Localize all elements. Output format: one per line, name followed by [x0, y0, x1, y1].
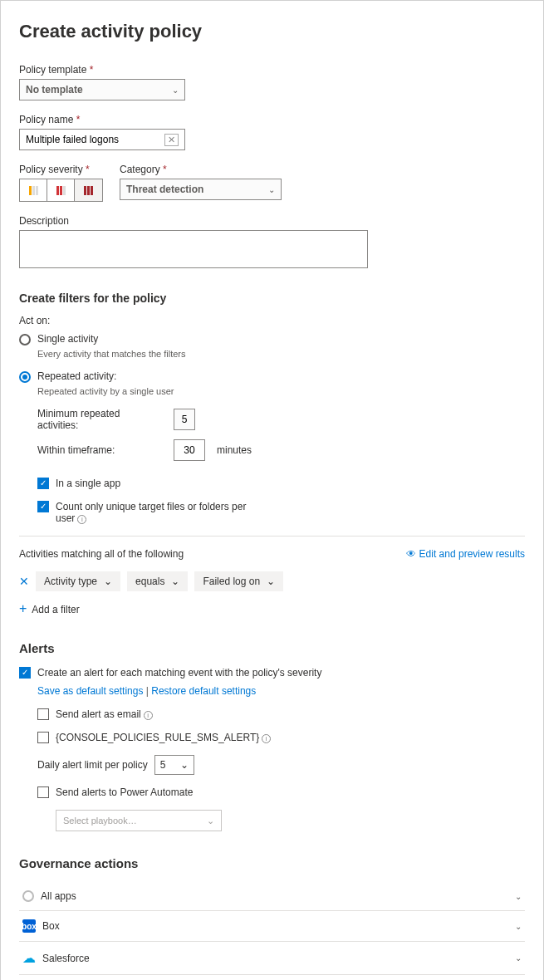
- chevron-down-icon: ⌄: [267, 576, 275, 587]
- sms-alert-checkbox[interactable]: {CONSOLE_POLICIES_RULE_SMS_ALERT}i: [37, 732, 525, 743]
- severity-high[interactable]: [75, 179, 102, 201]
- within-timeframe-label: Within timeframe:: [37, 444, 162, 456]
- info-icon: i: [144, 711, 153, 720]
- filter-field-chip[interactable]: Activity type⌄: [36, 571, 120, 591]
- chevron-down-icon: ⌄: [172, 86, 179, 95]
- repeated-activity-hint: Repeated activity by a single user: [37, 386, 525, 396]
- category-label: Category: [120, 164, 282, 175]
- severity-medium[interactable]: [47, 179, 75, 201]
- preview-results-link[interactable]: 👁Edit and preview results: [406, 548, 525, 560]
- policy-template-label: Policy template: [19, 64, 525, 76]
- info-icon: i: [77, 515, 86, 524]
- filter-value-chip[interactable]: Failed log on⌄: [194, 571, 283, 591]
- matching-label: Activities matching all of the following: [19, 548, 184, 560]
- gov-row-allapps[interactable]: All apps ⌄: [19, 882, 525, 911]
- gov-row-box[interactable]: box Box ⌄: [19, 911, 525, 942]
- severity-selector[interactable]: [19, 179, 103, 202]
- filters-heading: Create filters for the policy: [19, 292, 525, 305]
- within-timeframe-unit: minutes: [217, 444, 252, 456]
- single-activity-hint: Every activity that matches the filters: [37, 349, 525, 359]
- min-activities-label: Minimum repeated activities:: [37, 408, 162, 431]
- gov-row-salesforce[interactable]: ☁ Salesforce ⌄: [19, 942, 525, 975]
- chevron-down-icon: ⌄: [171, 576, 179, 587]
- policy-name-label: Policy name: [19, 114, 525, 125]
- chevron-down-icon: ⌄: [515, 892, 522, 901]
- filter-op-chip[interactable]: equals⌄: [127, 571, 188, 591]
- add-filter-link[interactable]: +Add a filter: [19, 601, 525, 616]
- box-icon: box: [22, 919, 36, 933]
- policy-severity-label: Policy severity: [19, 164, 103, 175]
- within-timeframe-input[interactable]: [174, 439, 205, 461]
- single-app-checkbox[interactable]: In a single app: [37, 478, 525, 489]
- chevron-down-icon: ⌄: [515, 922, 522, 931]
- single-activity-radio[interactable]: Single activity: [19, 333, 525, 345]
- gov-row-office[interactable]: O Office 365 ⌄: [19, 975, 525, 980]
- restore-default-link[interactable]: Restore default settings: [151, 685, 256, 697]
- plus-icon: +: [19, 601, 27, 615]
- chevron-down-icon: ⌄: [515, 953, 522, 963]
- page-title: Create activity policy: [19, 21, 525, 42]
- save-default-link[interactable]: Save as default settings: [37, 685, 143, 697]
- governance-heading: Governance actions: [19, 856, 525, 870]
- chevron-down-icon: ⌄: [104, 576, 112, 587]
- eye-icon: 👁: [406, 548, 416, 560]
- category-select[interactable]: Threat detection ⌄: [120, 179, 282, 200]
- description-input[interactable]: [19, 230, 368, 268]
- repeated-activity-radio[interactable]: Repeated activity:: [19, 370, 525, 383]
- allapps-icon: [22, 890, 34, 902]
- policy-template-value: No template: [26, 84, 83, 96]
- playbook-select[interactable]: Select playbook… ⌄: [56, 810, 222, 831]
- unique-targets-checkbox[interactable]: Count only unique target files or folder…: [37, 501, 253, 524]
- salesforce-icon: ☁: [22, 950, 36, 966]
- alerts-heading: Alerts: [19, 641, 525, 655]
- policy-name-input[interactable]: [26, 134, 164, 145]
- power-automate-checkbox[interactable]: Send alerts to Power Automate: [37, 786, 525, 798]
- chevron-down-icon: ⌄: [268, 185, 275, 194]
- policy-template-select[interactable]: No template ⌄: [19, 79, 185, 100]
- email-alert-checkbox[interactable]: Send alert as emaili: [37, 708, 525, 720]
- remove-filter-icon[interactable]: ✕: [19, 575, 29, 588]
- chevron-down-icon: ⌄: [207, 816, 214, 826]
- act-on-label: Act on:: [19, 315, 525, 326]
- create-alert-checkbox[interactable]: Create an alert for each matching event …: [19, 667, 525, 679]
- chevron-down-icon: ⌄: [180, 759, 189, 771]
- daily-limit-label: Daily alert limit per policy: [37, 759, 148, 771]
- min-activities-input[interactable]: [174, 409, 195, 430]
- daily-limit-select[interactable]: 5 ⌄: [154, 755, 194, 775]
- clear-icon[interactable]: ✕: [164, 134, 179, 146]
- category-value: Threat detection: [126, 184, 203, 195]
- severity-low[interactable]: [20, 179, 47, 201]
- description-label: Description: [19, 215, 525, 227]
- info-icon: i: [262, 734, 271, 743]
